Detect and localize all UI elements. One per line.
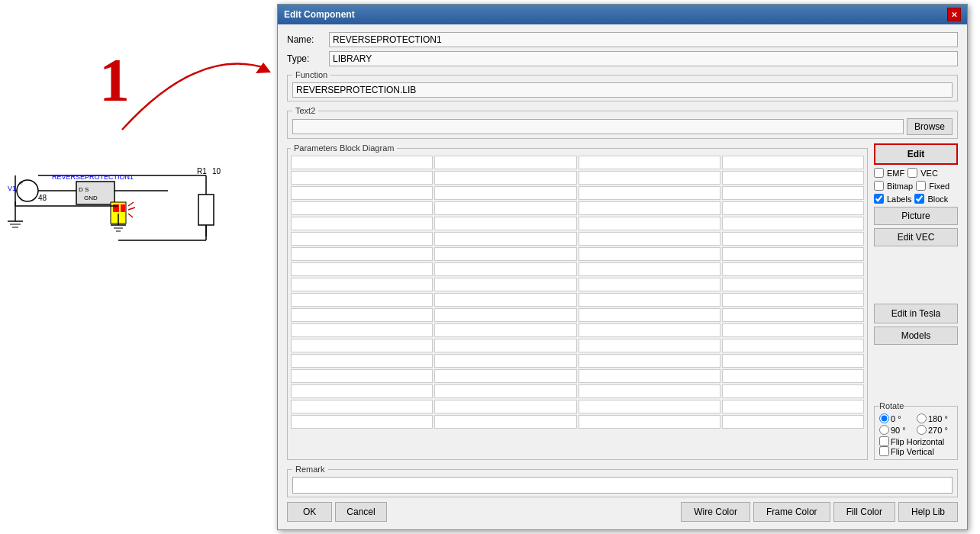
text2-fieldset: Text2 Browse	[287, 106, 958, 139]
param-cell	[434, 400, 576, 413]
right-panel: Edit EMF VEC Bitmap Fixed	[874, 143, 958, 460]
remark-fieldset: Remark	[287, 465, 958, 497]
param-cell	[722, 278, 864, 291]
ok-button[interactable]: OK	[287, 502, 332, 522]
block-label: Block	[927, 195, 948, 204]
param-cell	[291, 308, 433, 322]
param-cell	[722, 201, 864, 215]
params-fieldset: Parameters Block Diagram	[287, 143, 868, 460]
param-cell	[434, 186, 576, 200]
dialog-body: Name: Type: Function Text2 Browse	[278, 24, 967, 529]
type-label: Type:	[287, 53, 329, 64]
param-cell	[722, 171, 864, 185]
param-cell	[579, 293, 720, 307]
param-cell	[579, 201, 720, 215]
fill-color-button[interactable]: Fill Color	[833, 502, 895, 522]
param-cell	[722, 415, 864, 429]
flip-h-row: Flip Horizontal	[879, 436, 953, 446]
svg-text:48: 48	[38, 194, 47, 202]
rotate-180-radio[interactable]	[917, 413, 927, 423]
cancel-button[interactable]: Cancel	[335, 502, 386, 522]
param-cell	[291, 262, 433, 276]
rotate-270-label: 270 °	[928, 426, 948, 435]
labels-block-row: Labels Block	[874, 194, 958, 204]
text2-input[interactable]	[292, 119, 904, 134]
bottom-buttons: OK Cancel Wire Color Frame Color Fill Co…	[287, 502, 958, 522]
svg-text:R1: R1	[197, 167, 207, 175]
param-cell	[434, 354, 576, 368]
svg-rect-34	[198, 195, 214, 225]
param-cell	[579, 400, 720, 413]
edit-button[interactable]: Edit	[874, 143, 958, 165]
labels-label: Labels	[887, 195, 911, 204]
params-legend: Parameters Block Diagram	[291, 143, 397, 153]
block-checkbox[interactable]	[914, 194, 924, 204]
frame-color-button[interactable]: Frame Color	[753, 502, 830, 522]
function-fieldset: Function	[287, 70, 958, 101]
param-cell	[579, 415, 720, 429]
rotate-fieldset: Rotate 0 ° 180 ° 90 °	[874, 401, 958, 460]
edit-component-dialog: Edit Component ✕ Name: Type: Function Te…	[277, 4, 968, 530]
emf-checkbox[interactable]	[874, 168, 884, 178]
remark-input[interactable]	[292, 477, 953, 494]
dialog-title: Edit Component	[284, 9, 355, 20]
param-cell	[291, 339, 433, 352]
close-button[interactable]: ✕	[947, 8, 961, 21]
param-cell	[579, 217, 720, 230]
param-cell	[291, 323, 433, 337]
browse-button[interactable]: Browse	[907, 118, 953, 135]
param-cell	[579, 186, 720, 200]
flip-horizontal-checkbox[interactable]	[879, 436, 889, 446]
svg-line-25	[128, 202, 134, 206]
param-cell	[579, 354, 720, 368]
vec-checkbox[interactable]	[907, 168, 917, 178]
param-cell	[434, 293, 576, 307]
name-input[interactable]	[329, 32, 958, 47]
rotate-180-row: 180 °	[917, 413, 953, 423]
svg-text:V1: V1	[8, 185, 16, 192]
param-cell	[291, 400, 433, 413]
rotate-270-radio[interactable]	[917, 425, 927, 435]
param-cell	[722, 323, 864, 337]
flip-vertical-checkbox[interactable]	[879, 446, 889, 456]
param-cell	[579, 171, 720, 185]
params-section: Parameters Block Diagram	[287, 143, 868, 460]
function-input[interactable]	[292, 82, 953, 98]
fixed-label: Fixed	[929, 182, 949, 191]
help-lib-button[interactable]: Help Lib	[898, 502, 958, 522]
param-cell	[434, 217, 576, 230]
wire-color-button[interactable]: Wire Color	[681, 502, 750, 522]
param-cell	[434, 308, 576, 322]
param-cell	[722, 308, 864, 322]
rotate-0-radio[interactable]	[879, 413, 889, 423]
edit-in-tesla-button[interactable]: Edit in Tesla	[874, 304, 958, 323]
type-row: Type:	[287, 51, 958, 66]
param-cell	[291, 384, 433, 398]
rotate-90-label: 90 °	[891, 426, 906, 435]
text2-legend: Text2	[292, 106, 318, 115]
param-cell	[434, 156, 576, 169]
bitmap-checkbox[interactable]	[874, 181, 884, 191]
param-cell	[434, 369, 576, 383]
picture-button[interactable]: Picture	[874, 207, 958, 225]
flip-vertical-label: Flip Vertical	[891, 447, 934, 456]
param-cell	[434, 323, 576, 337]
param-cell	[291, 293, 433, 307]
type-input[interactable]	[329, 51, 958, 66]
param-cell	[579, 384, 720, 398]
param-cell	[579, 308, 720, 322]
models-button[interactable]: Models	[874, 327, 958, 345]
svg-line-26	[128, 207, 135, 210]
svg-text:-: -	[19, 194, 21, 201]
bitmap-fixed-row: Bitmap Fixed	[874, 181, 958, 191]
vec-label: VEC	[920, 169, 938, 178]
edit-vec-button[interactable]: Edit VEC	[874, 228, 958, 246]
labels-checkbox[interactable]	[874, 194, 884, 204]
name-label: Name:	[287, 34, 329, 45]
rotate-180-label: 180 °	[928, 414, 948, 423]
svg-text:GND: GND	[84, 195, 98, 201]
param-cell	[579, 232, 720, 246]
param-cell	[434, 278, 576, 291]
fixed-checkbox[interactable]	[916, 181, 926, 191]
rotate-90-radio[interactable]	[879, 425, 889, 435]
